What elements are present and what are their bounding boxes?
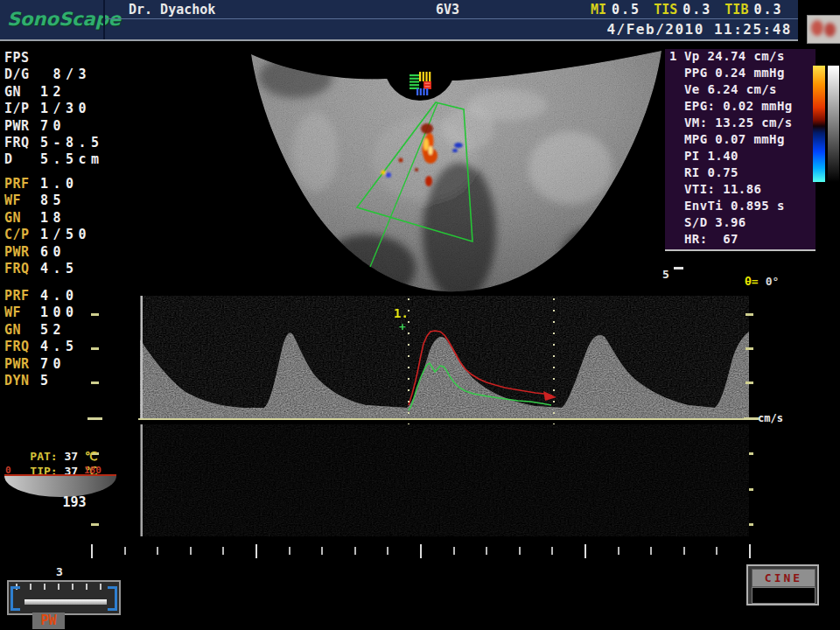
operator-name: Dr. Dyachok xyxy=(129,2,215,18)
depth-marker: 5 xyxy=(662,268,669,281)
measurement-results-panel: 1Vp 24.74 cm/s PPG 0.24 mmHg Ve 6.24 cm/… xyxy=(665,49,816,251)
param-row: GN18 xyxy=(4,210,136,227)
param-row: FPS xyxy=(4,50,136,66)
datetime-display: 4/Feb/2010 11:25:48 xyxy=(0,21,792,38)
ruler-major-tick xyxy=(256,544,257,558)
time-ruler xyxy=(88,544,752,558)
param-row: PRF1.0 xyxy=(4,176,136,192)
thumbnail-blob xyxy=(811,20,823,36)
param-row: WF100 xyxy=(4,304,136,321)
param-row: FRQ4.5 xyxy=(4,261,136,277)
slider-right-bracket-icon[interactable] xyxy=(108,586,117,611)
cine-display-box xyxy=(752,587,816,604)
sweep-line xyxy=(141,424,144,536)
b-mode-image xyxy=(245,46,665,293)
mode-badge-pw[interactable]: PW xyxy=(32,612,65,629)
measurement-line: EnvTi 0.895 s xyxy=(665,199,816,215)
spectral-doppler-trace xyxy=(140,296,749,420)
theta-icon: θ= xyxy=(745,275,759,288)
sweep-line xyxy=(141,296,144,420)
param-row: PWR70 xyxy=(4,356,136,373)
depth-tick xyxy=(674,267,683,270)
param-row: C/P1/50 xyxy=(4,227,136,243)
ruler-major-tick xyxy=(420,544,422,558)
measurement-cursor-label: 1. xyxy=(394,306,409,320)
acoustic-indices: MI0.5 TIS0.3 TIB0.3 xyxy=(591,2,783,18)
thumbnail-blob xyxy=(824,23,836,37)
baseline-tick xyxy=(744,417,759,420)
param-row: FRQ5-8.5 xyxy=(4,135,136,151)
velocity-scale-tick xyxy=(91,313,99,316)
measurement-line: EPG: 0.02 mmHg xyxy=(665,99,816,116)
preview-thumbnail[interactable] xyxy=(807,15,840,44)
velocity-scale-tick xyxy=(746,313,753,316)
cursor-cross-icon: + xyxy=(399,320,406,333)
param-row: FRQ4.5 xyxy=(4,339,136,355)
cine-scrollbar[interactable] xyxy=(7,580,121,615)
lower-sweep-strip xyxy=(140,424,749,536)
measurement-line: HR: 67 xyxy=(665,232,816,248)
measurement-line: VM: 13.25 cm/s xyxy=(665,116,816,132)
velocity-scale-tick xyxy=(746,382,753,384)
measurement-line: 1Vp 24.74 cm/s xyxy=(665,49,816,66)
param-row: PWR60 xyxy=(4,244,136,261)
param-row: GN52 xyxy=(4,322,136,339)
mi-index: MI0.5 xyxy=(591,2,640,18)
param-row: WF85 xyxy=(4,192,136,209)
pw-mode-params: PRF4.0 WF100 GN52 FRQ4.5 PWR70 DYN5 xyxy=(4,288,136,389)
param-row: D5.5cm xyxy=(4,151,136,168)
ruler-major-tick xyxy=(749,544,751,558)
param-row: I/P1/30 xyxy=(4,101,136,117)
param-row: PRF4.0 xyxy=(4,288,136,304)
slider-left-bracket-icon[interactable] xyxy=(10,586,20,611)
measurement-line: S/D 3.96 xyxy=(665,215,816,232)
param-row: D/G 8/3 xyxy=(4,66,136,83)
baseline-tick xyxy=(88,417,102,420)
color-doppler-scale-bar xyxy=(813,66,825,182)
color-mode-params: PRF1.0 WF85 GN18 C/P1/50 PWR60 FRQ4.5 xyxy=(4,176,136,277)
ruler-major-tick xyxy=(91,544,93,558)
tib-index: TIB0.3 xyxy=(724,2,782,18)
top-status-bar: SonoScape Dr. Dyachok 6V3 MI0.5 TIS0.3 T… xyxy=(0,0,798,41)
ultrasound-screen: SonoScape Dr. Dyachok 6V3 MI0.5 TIS0.3 T… xyxy=(0,0,840,630)
velocity-unit-label: cm/s xyxy=(758,412,783,424)
velocity-scale-tick xyxy=(91,347,99,350)
tis-index: TIS0.3 xyxy=(654,2,711,18)
measurement-line: PPG 0.24 mmHg xyxy=(665,66,816,82)
cine-slider-value: 3 xyxy=(56,565,63,578)
velocity-scale-tick xyxy=(91,382,99,384)
angle-correction-readout: θ=0° xyxy=(745,275,779,288)
measurement-line: MPG 0.07 mmHg xyxy=(665,132,816,149)
frame-counter: 193 xyxy=(48,494,101,510)
ruler-major-tick xyxy=(584,544,586,558)
slider-ticks xyxy=(16,584,110,590)
measurement-line: PI 1.40 xyxy=(665,149,816,165)
probe-model: 6V3 xyxy=(436,2,459,18)
measurement-line: Ve 6.24 cm/s xyxy=(665,82,816,99)
measurement-line: RI 0.75 xyxy=(665,165,816,182)
topbar-horizontal-divider xyxy=(105,18,798,19)
velocity-scale-tick xyxy=(746,347,753,350)
param-row: DYN5 xyxy=(4,373,136,389)
cine-panel: CINE xyxy=(746,564,819,606)
measurement-line: VTI: 11.86 xyxy=(665,182,816,199)
velocity-scale-tick xyxy=(91,523,99,526)
doppler-baseline xyxy=(138,418,751,420)
cine-button[interactable]: CINE xyxy=(752,569,816,587)
grayscale-bar xyxy=(828,66,839,182)
slider-handle[interactable] xyxy=(24,599,107,605)
param-row: PWR70 xyxy=(4,118,136,135)
b-mode-params: FPS D/G 8/3 GN12 I/P1/30 PWR70 FRQ5-8.5 … xyxy=(4,50,136,169)
param-row: GN12 xyxy=(4,84,136,101)
